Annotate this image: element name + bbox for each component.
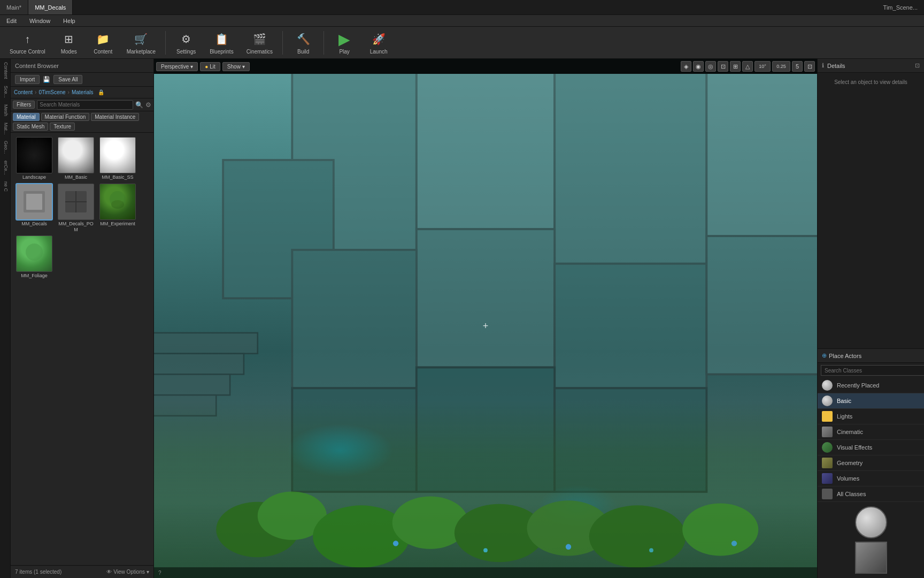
asset-mm-basic-ss[interactable]: MM_Basic_SS	[98, 137, 137, 180]
details-body: Select an object to view details	[818, 73, 924, 349]
left-nav-erce[interactable]: erCe...	[0, 157, 10, 178]
place-category-visual-effects[interactable]: Visual Effects	[818, 440, 924, 455]
content-browser-status: 7 items (1 selected) 👁 View Options ▾	[11, 565, 153, 578]
vp-tool-angle[interactable]: 10°	[754, 61, 771, 72]
perspective-dropdown[interactable]: Perspective ▾	[156, 62, 198, 71]
svg-rect-11	[706, 74, 817, 236]
toolbar-separator-2	[282, 31, 283, 55]
toolbar-blueprints[interactable]: 📋 Blueprints	[204, 28, 238, 57]
place-category-all-classes[interactable]: All Classes	[818, 486, 924, 502]
asset-mm-foliage-label: MM_Foliage	[21, 273, 48, 279]
all-classes-icon	[822, 489, 833, 499]
menu-help[interactable]: Help	[61, 17, 78, 25]
vp-tool-1[interactable]: ◈	[681, 61, 691, 72]
left-nav: Content Sce... Mesh Mat... Geo... erCe..…	[0, 59, 11, 578]
asset-mm-decals-pom-thumb	[58, 184, 94, 220]
asset-mm-experiment[interactable]: MM_Experiment	[98, 184, 137, 233]
asset-landscape[interactable]: Landscape	[15, 137, 53, 180]
view-options-button[interactable]: 👁 View Options ▾	[106, 569, 149, 575]
left-nav-mesh[interactable]: Mesh	[0, 101, 10, 119]
place-actors-search[interactable]	[821, 365, 924, 376]
place-category-geometry[interactable]: Geometry	[818, 455, 924, 471]
left-nav-nec[interactable]: ne C	[0, 178, 10, 195]
show-button[interactable]: Show ▾	[222, 62, 250, 71]
left-nav-content[interactable]: Content	[0, 59, 10, 82]
svg-point-33	[483, 548, 488, 552]
search-materials-input[interactable]	[37, 100, 133, 110]
viewport[interactable]: Perspective ▾ ● Lit Show ▾ ◈ ◉ ◎ ⊡ ⊞ △ 1…	[154, 59, 817, 578]
marketplace-label: Marketplace	[127, 49, 156, 55]
right-panel: ℹ Details ⊡ Select an object to view det…	[817, 59, 924, 578]
svg-point-31	[682, 504, 758, 556]
breadcrumb-timscene[interactable]: 0TimScene	[38, 89, 65, 95]
toolbar-cinematics[interactable]: 🎬 Cinematics	[241, 28, 278, 57]
asset-mm-decals[interactable]: MM_Decals	[15, 184, 53, 233]
vp-tool-maximize[interactable]: ⊡	[804, 61, 815, 72]
menu-window[interactable]: Window	[27, 17, 52, 25]
place-category-lights[interactable]: Lights	[818, 409, 924, 424]
svg-point-32	[393, 541, 398, 546]
vp-tool-4[interactable]: ⊡	[718, 61, 728, 72]
lit-button[interactable]: ● Lit	[200, 62, 220, 71]
geometry-icon	[822, 458, 833, 468]
asset-mm-foliage[interactable]: MM_Foliage	[15, 235, 53, 279]
viewport-crosshair: +	[480, 321, 491, 331]
toolbar-source-control[interactable]: ↑ Source Control	[4, 28, 51, 57]
menu-edit[interactable]: Edit	[4, 17, 19, 25]
asset-mm-decals-pom[interactable]: MM_Decals_POM	[57, 184, 95, 233]
place-actors-icon: ⊕	[822, 352, 827, 359]
toolbar-settings[interactable]: ⚙ Settings	[170, 28, 202, 57]
left-nav-scene[interactable]: Sce...	[0, 82, 10, 101]
left-nav-materials[interactable]: Mat...	[0, 119, 10, 138]
breadcrumb-materials[interactable]: Materials	[72, 89, 94, 95]
left-nav-geometry[interactable]: Geo...	[0, 138, 10, 157]
basic-label: Basic	[837, 398, 851, 404]
filters-button[interactable]: Filters	[13, 101, 35, 109]
vp-tool-num[interactable]: 5	[792, 61, 803, 72]
save-all-button[interactable]: Save All	[53, 75, 82, 84]
vp-tool-triangle[interactable]: △	[742, 61, 753, 72]
toolbar-launch[interactable]: 🚀 Launch	[363, 28, 395, 57]
breadcrumb-content[interactable]: Content	[14, 89, 33, 95]
toolbar-build[interactable]: 🔨 Build	[287, 28, 319, 57]
build-icon: 🔨	[295, 31, 312, 48]
details-placeholder: Select an object to view details	[834, 79, 907, 85]
vp-tool-3[interactable]: ◎	[705, 61, 716, 72]
item-count-label: 7 items (1 selected)	[15, 569, 61, 575]
filter-tag-material-instance[interactable]: Material Instance	[91, 113, 139, 121]
title-tab-mm-decals[interactable]: MM_Decals	[28, 0, 73, 14]
title-tab-main[interactable]: Main*	[0, 0, 28, 14]
vp-tool-2[interactable]: ◉	[693, 61, 704, 72]
asset-mm-experiment-thumb	[99, 184, 136, 220]
play-label: Play	[339, 49, 349, 55]
toolbar-play[interactable]: ▶ Play	[328, 28, 360, 57]
asset-mm-decals-pom-label: MM_Decals_POM	[57, 221, 95, 233]
breadcrumb-sep-2: ›	[68, 89, 70, 95]
filter-tag-texture[interactable]: Texture	[50, 123, 75, 131]
toolbar-marketplace[interactable]: 🛒 Marketplace	[121, 28, 161, 57]
launch-label: Launch	[370, 49, 388, 55]
place-category-cinematic[interactable]: Cinematic	[818, 424, 924, 440]
details-expand-icon[interactable]: ⊡	[915, 62, 920, 69]
blueprints-icon: 📋	[213, 31, 230, 48]
toolbar-content[interactable]: 📁 Content	[87, 28, 119, 57]
box-preview	[855, 542, 887, 574]
vp-tool-scale[interactable]: 0.25	[772, 61, 790, 72]
search-icon[interactable]: 🔍	[135, 101, 143, 109]
filter-tag-material[interactable]: Material	[13, 113, 40, 121]
place-category-volumes[interactable]: Volumes	[818, 471, 924, 486]
volumes-icon	[822, 473, 833, 484]
place-category-recently-placed[interactable]: Recently Placed	[818, 378, 924, 393]
recently-placed-label: Recently Placed	[837, 382, 880, 389]
menu-bar: Edit Window Help	[0, 15, 924, 27]
asset-mm-foliage-thumb	[16, 235, 52, 272]
asset-mm-basic[interactable]: MM_Basic	[57, 137, 95, 180]
viewport-bottom-bar: ?	[154, 567, 817, 578]
toolbar-modes[interactable]: ⊞ Modes	[53, 28, 85, 57]
filter-options-icon[interactable]: ⚙	[145, 101, 151, 109]
filter-tag-static-mesh[interactable]: Static Mesh	[13, 123, 48, 131]
import-button[interactable]: Import	[15, 75, 40, 84]
place-category-basic[interactable]: Basic	[818, 393, 924, 409]
vp-tool-grid[interactable]: ⊞	[730, 61, 741, 72]
filter-tag-material-function[interactable]: Material Function	[41, 113, 90, 121]
